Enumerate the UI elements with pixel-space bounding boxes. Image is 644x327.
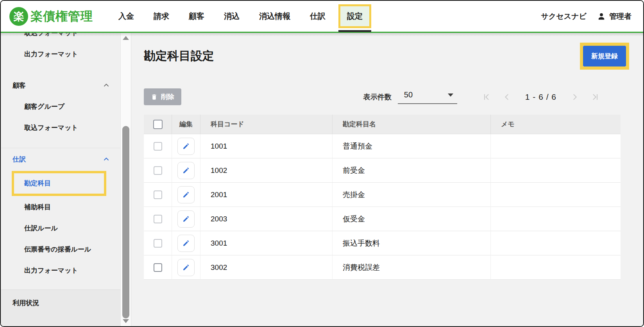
edit-button[interactable] xyxy=(177,235,195,252)
pencil-icon xyxy=(182,167,190,174)
first-page-button[interactable] xyxy=(482,93,491,101)
pencil-icon xyxy=(182,191,190,199)
cell-code: 2003 xyxy=(200,207,333,231)
pencil-icon xyxy=(182,264,190,271)
last-page-button[interactable] xyxy=(591,93,599,101)
app-window: 楽 楽債権管理 入金 請求 顧客 消込 消込情報 仕訳 設定 サクセスナビ 管理… xyxy=(0,0,644,327)
sidebar-item-sub-account[interactable]: 補助科目 xyxy=(1,197,120,218)
nav-item-reconcile-info[interactable]: 消込情報 xyxy=(249,11,300,22)
column-header-edit: 編集 xyxy=(172,115,200,134)
highlight-box-new-button: 新規登録 xyxy=(580,43,629,70)
cell-name: 振込手数料 xyxy=(333,231,491,255)
cell-memo xyxy=(491,231,621,255)
sidebar-scrollbar[interactable] xyxy=(120,33,131,326)
select-all-header-cell xyxy=(144,115,172,134)
page-size-select[interactable]: 50 xyxy=(398,90,457,104)
sidebar-item-journal-rule[interactable]: 仕訳ルール xyxy=(1,218,120,239)
scrollbar-thumb[interactable] xyxy=(122,126,129,318)
cell-code: 3001 xyxy=(200,231,333,255)
sidebar-item-import-format-clipped[interactable]: 取込フォーマット xyxy=(1,33,120,44)
edit-button[interactable] xyxy=(177,210,195,228)
trash-icon xyxy=(151,93,157,101)
cell-name: 普通預金 xyxy=(333,134,491,158)
highlight-box-account-subject: 勘定科目 xyxy=(12,171,106,196)
cell-memo xyxy=(491,183,621,207)
nav-item-deposit[interactable]: 入金 xyxy=(109,11,144,22)
pencil-icon xyxy=(182,215,190,223)
sidebar-item-account-subject[interactable]: 勘定科目 xyxy=(14,173,104,194)
page-size-value: 50 xyxy=(404,90,413,99)
table-toolbar: 削除 表示件数 50 1 - 6 / 6 xyxy=(144,88,629,105)
edit-button[interactable] xyxy=(177,186,195,203)
app-title: 楽債権管理 xyxy=(30,8,93,25)
cell-name: 仮受金 xyxy=(333,207,491,231)
page-size-control: 表示件数 50 xyxy=(363,90,457,104)
delete-button-label: 削除 xyxy=(161,92,174,101)
sidebar-item-output-format-top[interactable]: 出力フォーマット xyxy=(1,44,120,65)
row-checkbox[interactable] xyxy=(154,239,162,248)
edit-button[interactable] xyxy=(177,259,195,276)
main-content: 勘定科目設定 新規登録 削除 表示件数 50 xyxy=(131,33,643,326)
next-page-button[interactable] xyxy=(571,93,579,101)
edit-button[interactable] xyxy=(177,138,195,155)
row-checkbox[interactable] xyxy=(154,190,162,199)
row-checkbox[interactable] xyxy=(154,215,162,223)
user-name: 管理者 xyxy=(609,11,631,22)
nav-item-customer[interactable]: 顧客 xyxy=(179,11,214,22)
sidebar-section-usage[interactable]: 利用状況 xyxy=(1,289,120,326)
app-logo[interactable]: 楽 楽債権管理 xyxy=(9,7,93,26)
active-tab-underline xyxy=(338,30,371,32)
chevron-up-icon xyxy=(102,81,110,89)
sidebar-item-slip-numbering-rule[interactable]: 伝票番号の採番ルール xyxy=(1,239,120,260)
pagination-range: 1 - 6 / 6 xyxy=(525,92,556,102)
top-navbar: 楽 楽債権管理 入金 請求 顧客 消込 消込情報 仕訳 設定 サクセスナビ 管理… xyxy=(1,1,643,33)
content-row: 取込フォーマット 出力フォーマット 顧客 顧客グループ 取込フォーマット 仕訳 xyxy=(1,33,643,326)
select-all-checkbox[interactable] xyxy=(153,120,163,129)
highlight-box-settings-tab: 設定 xyxy=(338,4,371,28)
chevron-up-icon xyxy=(102,155,110,163)
scroll-up-arrow-icon[interactable] xyxy=(123,36,129,40)
pagination: 1 - 6 / 6 xyxy=(482,92,599,102)
cell-memo xyxy=(491,255,621,280)
row-checkbox[interactable] xyxy=(154,142,162,151)
caret-down-icon xyxy=(448,93,453,97)
nav-item-settings[interactable]: 設定 xyxy=(345,12,364,20)
person-icon xyxy=(597,12,606,21)
cell-code: 1001 xyxy=(200,134,333,158)
success-navi-link[interactable]: サクセスナビ xyxy=(541,11,587,22)
user-menu[interactable]: 管理者 xyxy=(597,11,631,22)
edit-button[interactable] xyxy=(177,162,195,179)
column-header-name: 勘定科目名 xyxy=(333,115,491,134)
new-register-button[interactable]: 新規登録 xyxy=(583,46,626,66)
sidebar-section-customer-label: 顧客 xyxy=(13,81,26,90)
cell-memo xyxy=(491,207,621,231)
pencil-icon xyxy=(182,142,190,150)
column-header-memo: メモ xyxy=(491,115,621,134)
logo-circle-icon: 楽 xyxy=(9,7,28,26)
main-navigation: 入金 請求 顧客 消込 消込情報 仕訳 設定 xyxy=(109,4,374,28)
nav-item-journal[interactable]: 仕訳 xyxy=(300,11,335,22)
cell-code: 1002 xyxy=(200,158,333,183)
cell-name: 消費税誤差 xyxy=(333,255,491,280)
scroll-down-arrow-icon[interactable] xyxy=(123,319,129,323)
sidebar-item-customer-group[interactable]: 顧客グループ xyxy=(1,96,120,117)
sidebar-section-journal[interactable]: 仕訳 xyxy=(1,148,120,170)
delete-button[interactable]: 削除 xyxy=(144,88,181,105)
sidebar-section-customer[interactable]: 顧客 xyxy=(1,74,120,96)
sidebar-section-journal-group: 仕訳 勘定科目 補助科目 仕訳ルール 伝票番号の採番ルール 出力フォーマット xyxy=(1,148,120,281)
page-header: 勘定科目設定 新規登録 xyxy=(144,42,629,70)
sidebar-item-import-format[interactable]: 取込フォーマット xyxy=(1,117,120,138)
cell-code: 2001 xyxy=(200,183,333,207)
nav-item-billing[interactable]: 請求 xyxy=(144,11,179,22)
row-checkbox[interactable] xyxy=(154,166,162,175)
sidebar-section-journal-label: 仕訳 xyxy=(13,155,26,164)
prev-page-button[interactable] xyxy=(503,93,511,101)
settings-sidebar: 取込フォーマット 出力フォーマット 顧客 顧客グループ 取込フォーマット 仕訳 xyxy=(1,33,120,326)
page-size-label: 表示件数 xyxy=(363,92,392,102)
sidebar-item-output-format[interactable]: 出力フォーマット xyxy=(1,260,120,281)
cell-memo xyxy=(491,134,621,158)
nav-item-reconcile[interactable]: 消込 xyxy=(214,11,249,22)
navbar-right: サクセスナビ 管理者 xyxy=(541,11,631,22)
row-checkbox[interactable] xyxy=(154,263,162,272)
page-title: 勘定科目設定 xyxy=(144,48,214,64)
